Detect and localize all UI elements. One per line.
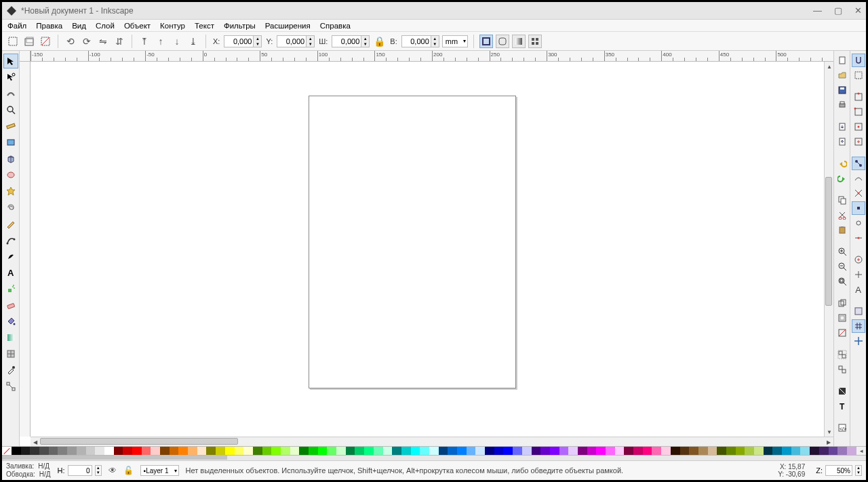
color-swatch[interactable] <box>615 447 625 455</box>
color-swatch[interactable] <box>540 447 550 455</box>
color-swatch[interactable] <box>95 447 104 455</box>
color-swatch[interactable] <box>39 447 49 455</box>
ungroup-icon[interactable] <box>835 363 849 376</box>
color-swatch[interactable] <box>736 447 745 455</box>
color-swatch[interactable] <box>439 447 448 455</box>
color-swatch[interactable] <box>401 447 411 455</box>
color-swatch[interactable] <box>485 447 494 455</box>
zoom-control[interactable]: Z: ▲▼ <box>816 465 862 476</box>
menu-extensions[interactable]: Расширения <box>265 22 311 30</box>
zoom-out-icon[interactable] <box>835 260 849 273</box>
menu-file[interactable]: Файл <box>7 22 26 30</box>
close-button[interactable]: ✕ <box>854 5 862 16</box>
units-select[interactable]: mm <box>442 35 468 47</box>
layer-select[interactable]: ▪ Layer 1 <box>140 465 179 476</box>
color-swatch[interactable] <box>49 447 58 455</box>
snap-bbox-center-icon[interactable] <box>852 135 865 148</box>
spiral-tool-icon[interactable] <box>3 200 18 215</box>
palette-scroll-thumb[interactable] <box>2 456 227 460</box>
redo-icon[interactable] <box>835 172 849 185</box>
scroll-left-icon[interactable]: ◀ <box>31 437 40 446</box>
color-swatch[interactable] <box>151 447 160 455</box>
zoom-in-icon[interactable] <box>835 245 849 258</box>
menu-filters[interactable]: Фильтры <box>224 22 256 30</box>
color-swatch[interactable] <box>336 447 346 455</box>
scrollbar-vertical[interactable]: ▲ ▼ <box>824 62 833 437</box>
lock-aspect-icon[interactable]: 🔒 <box>372 35 386 48</box>
fill-stroke-indicator[interactable]: Заливка:Н/Д Обводка:Н/Д <box>6 462 51 479</box>
color-swatch[interactable] <box>643 447 652 455</box>
color-swatch[interactable] <box>30 447 39 455</box>
flip-h-icon[interactable]: ⇋ <box>96 35 110 48</box>
layer-visibility-icon[interactable]: 👁 <box>108 466 117 475</box>
no-color-swatch[interactable] <box>2 447 12 455</box>
color-swatch[interactable] <box>494 447 504 455</box>
measure-tool-icon[interactable] <box>3 119 18 134</box>
color-swatch[interactable] <box>568 447 578 455</box>
color-swatch[interactable] <box>847 447 856 455</box>
color-swatch[interactable] <box>262 447 272 455</box>
color-swatch[interactable] <box>142 447 151 455</box>
color-swatch[interactable] <box>392 447 401 455</box>
menu-edit[interactable]: Правка <box>36 22 62 30</box>
snap-bbox-midpoint-icon[interactable] <box>852 120 865 134</box>
color-swatch[interactable] <box>782 447 791 455</box>
select-all-icon[interactable] <box>6 35 20 48</box>
new-doc-icon[interactable] <box>835 54 849 67</box>
snap-rotation-center-icon[interactable] <box>852 268 865 281</box>
group-icon[interactable] <box>835 348 849 361</box>
color-swatch[interactable] <box>309 447 318 455</box>
palette-menu-icon[interactable]: ◂ <box>856 447 866 455</box>
affect-stroke-toggle[interactable] <box>479 35 493 48</box>
scroll-up-icon[interactable]: ▲ <box>825 62 833 71</box>
color-swatch[interactable] <box>253 447 262 455</box>
color-swatch[interactable] <box>772 447 782 455</box>
stroke-width-input[interactable] <box>68 465 92 476</box>
color-swatch[interactable] <box>624 447 633 455</box>
color-swatch[interactable] <box>67 447 77 455</box>
raise-top-icon[interactable]: ⤒ <box>138 35 151 48</box>
color-swatch[interactable] <box>559 447 569 455</box>
connector-tool-icon[interactable] <box>3 379 18 394</box>
color-swatch[interactable] <box>448 447 457 455</box>
color-swatch[interactable] <box>281 447 290 455</box>
affect-corners-toggle[interactable] <box>496 35 509 48</box>
color-swatch[interactable] <box>837 447 847 455</box>
paste-icon[interactable] <box>835 223 849 237</box>
duplicate-icon[interactable] <box>835 296 849 310</box>
open-doc-icon[interactable] <box>835 68 849 82</box>
color-swatch[interactable] <box>457 447 467 455</box>
color-swatch[interactable] <box>58 447 67 455</box>
save-doc-icon[interactable] <box>835 83 849 97</box>
color-swatch[interactable] <box>12 447 21 455</box>
w-input[interactable]: ▲▼ <box>332 35 370 47</box>
text-tool-icon[interactable]: A <box>3 265 18 280</box>
snap-text-baseline-icon[interactable]: A <box>852 283 865 296</box>
color-swatch[interactable] <box>745 447 754 455</box>
rect-tool-icon[interactable] <box>3 135 18 150</box>
color-swatch[interactable] <box>77 447 86 455</box>
color-swatch[interactable] <box>671 447 680 455</box>
export-icon[interactable] <box>835 135 849 148</box>
zoom-fit-icon[interactable] <box>835 275 849 288</box>
color-swatch[interactable] <box>467 447 476 455</box>
color-swatch[interactable] <box>327 447 336 455</box>
color-swatch[interactable] <box>475 447 485 455</box>
color-swatch[interactable] <box>290 447 300 455</box>
canvas[interactable]: ▲ ▼ <box>31 62 833 437</box>
menu-help[interactable]: Справка <box>320 22 351 30</box>
color-swatch[interactable] <box>318 447 328 455</box>
color-swatch[interactable] <box>606 447 615 455</box>
rotate-ccw-icon[interactable]: ⟲ <box>64 35 77 48</box>
snap-enable-icon[interactable] <box>852 54 865 67</box>
text-dialog-icon[interactable]: T <box>835 399 849 413</box>
snap-node-smooth-icon[interactable] <box>852 216 865 230</box>
scroll-down-icon[interactable]: ▼ <box>825 427 833 437</box>
lower-icon[interactable]: ↓ <box>170 35 184 48</box>
print-doc-icon[interactable] <box>835 98 849 112</box>
h-input[interactable]: ▲▼ <box>401 35 439 47</box>
color-swatch[interactable] <box>532 447 541 455</box>
color-swatch[interactable] <box>206 447 216 455</box>
color-swatch[interactable] <box>764 447 773 455</box>
deselect-icon[interactable] <box>39 35 52 48</box>
